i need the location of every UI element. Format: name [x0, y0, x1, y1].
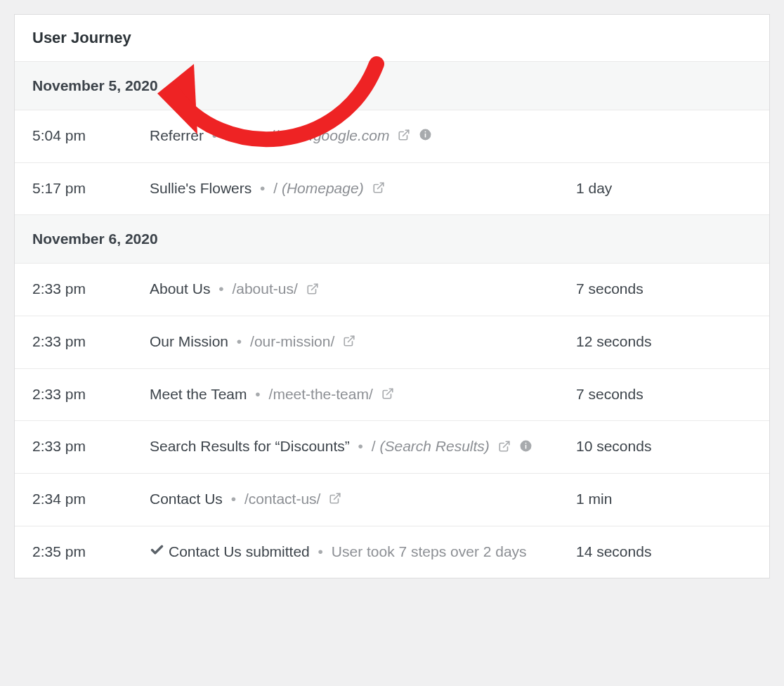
journey-entry: 2:33 pmAbout Us • /about-us/ 7 seconds: [15, 264, 769, 316]
date-header: November 5, 2020: [15, 62, 769, 110]
entry-main: Contact Us submitted • User took 7 steps…: [150, 541, 576, 564]
entry-time: 2:33 pm: [32, 384, 150, 405]
journey-entry: 5:04 pmReferrer • / https://www.google.c…: [15, 110, 769, 163]
entry-main: About Us • /about-us/: [150, 278, 576, 301]
info-icon[interactable]: [519, 437, 533, 458]
svg-rect-2: [425, 134, 426, 138]
separator-dot: •: [233, 333, 246, 349]
separator-dot: •: [314, 543, 327, 559]
journey-entry: 2:33 pmMeet the Team • /meet-the-team/ 7…: [15, 369, 769, 422]
entry-duration: 1 day: [576, 178, 752, 199]
entry-time: 5:04 pm: [32, 125, 150, 146]
separator-dot: •: [256, 180, 269, 196]
svg-line-0: [403, 130, 409, 136]
external-link-icon[interactable]: [329, 489, 341, 510]
entry-path: https://www.google.com: [234, 127, 390, 143]
journey-entry: 2:35 pmContact Us submitted • User took …: [15, 526, 769, 578]
external-link-icon[interactable]: [398, 126, 410, 147]
entry-title: Our Mission: [150, 333, 228, 349]
svg-line-7: [386, 389, 392, 394]
entry-main: Referrer • / https://www.google.com: [150, 125, 576, 148]
entry-path: (Homepage): [282, 180, 364, 196]
entry-duration: 12 seconds: [576, 331, 752, 352]
entry-main: Search Results for “Discounts” • / (Sear…: [150, 436, 576, 458]
entry-time: 2:33 pm: [32, 278, 150, 299]
entry-time: 5:17 pm: [32, 178, 150, 199]
entry-main: Contact Us • /contact-us/: [150, 488, 576, 511]
entry-note: User took 7 steps over 2 days: [332, 543, 527, 559]
svg-line-8: [503, 441, 509, 447]
entry-title: Referrer: [150, 127, 204, 143]
entry-title: About Us: [150, 280, 210, 297]
entry-duration: 10 seconds: [576, 436, 752, 457]
journey-entry: 2:33 pmOur Mission • /our-mission/ 12 se…: [15, 316, 769, 369]
svg-line-4: [377, 183, 383, 188]
date-header: November 6, 2020: [15, 215, 769, 264]
svg-line-6: [348, 337, 354, 342]
panel-title: User Journey: [15, 15, 769, 62]
external-link-icon[interactable]: [343, 332, 355, 353]
entry-main: Meet the Team • /meet-the-team/: [150, 384, 576, 406]
entry-duration: 1 min: [576, 488, 752, 510]
external-link-icon[interactable]: [306, 280, 319, 301]
separator-dot: •: [208, 127, 221, 143]
entry-duration: 7 seconds: [576, 278, 752, 299]
check-icon: [150, 542, 164, 563]
entry-title: Contact Us: [150, 491, 223, 507]
entry-path: (Search Results): [379, 438, 489, 454]
svg-line-5: [311, 284, 317, 290]
entry-path: /our-mission/: [250, 333, 334, 349]
entry-time: 2:34 pm: [32, 488, 150, 510]
entry-path-prefix: /: [226, 127, 234, 143]
entry-title: Contact Us submitted: [169, 543, 310, 559]
external-link-icon[interactable]: [381, 384, 394, 406]
svg-rect-3: [425, 131, 426, 133]
info-icon[interactable]: [419, 126, 432, 147]
svg-rect-11: [525, 442, 526, 444]
svg-rect-10: [525, 445, 526, 449]
entry-time: 2:33 pm: [32, 436, 150, 457]
entry-time: 2:35 pm: [32, 541, 150, 562]
entry-duration: 14 seconds: [576, 541, 752, 562]
separator-dot: •: [354, 438, 367, 454]
entry-path-prefix: /: [372, 438, 380, 454]
journey-entry: 2:33 pmSearch Results for “Discounts” • …: [15, 421, 769, 474]
separator-dot: •: [214, 280, 228, 297]
entry-path: /contact-us/: [244, 491, 321, 507]
entry-path: /meet-the-team/: [269, 386, 373, 402]
journey-entry: 5:17 pmSullie's Flowers • / (Homepage) 1…: [15, 163, 769, 216]
external-link-icon[interactable]: [372, 179, 385, 200]
entry-path-prefix: /: [273, 180, 282, 196]
entry-time: 2:33 pm: [32, 331, 150, 352]
user-journey-panel: User Journey November 5, 20205:04 pmRefe…: [14, 14, 770, 578]
external-link-icon[interactable]: [498, 437, 511, 458]
entry-path: /about-us/: [232, 280, 297, 297]
journey-entry: 2:34 pmContact Us • /contact-us/ 1 min: [15, 474, 769, 526]
entry-title: Sullie's Flowers: [150, 180, 251, 196]
entry-title: Search Results for “Discounts”: [150, 438, 350, 454]
separator-dot: •: [227, 491, 240, 507]
entry-duration: 7 seconds: [576, 384, 752, 405]
entry-main: Our Mission • /our-mission/: [150, 331, 576, 354]
svg-line-12: [334, 494, 340, 500]
entry-main: Sullie's Flowers • / (Homepage): [150, 178, 576, 200]
entry-title: Meet the Team: [150, 386, 247, 402]
separator-dot: •: [251, 386, 265, 402]
